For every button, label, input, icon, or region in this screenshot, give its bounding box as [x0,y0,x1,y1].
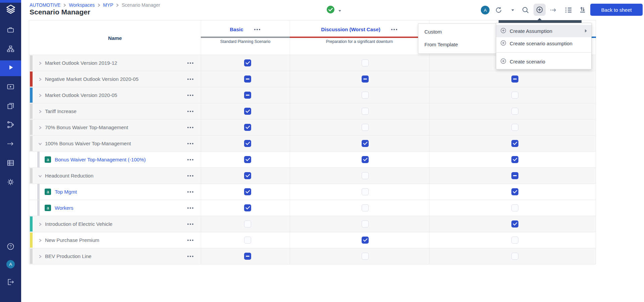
scenario-checkbox[interactable] [362,172,369,179]
scenario-checkbox[interactable] [511,140,518,147]
scenario-checkbox[interactable] [362,140,369,147]
row-menu-button[interactable] [186,189,195,195]
row-menu-button[interactable] [186,238,195,243]
scenario-checkbox[interactable] [511,188,518,195]
flow-arrow-icon[interactable] [549,6,557,14]
chevron-right-icon[interactable] [38,61,43,65]
create-plus-button[interactable] [534,4,546,16]
chevron-down-icon[interactable] [38,141,43,146]
breadcrumb-item[interactable]: AUTOMOTIVE [30,2,60,8]
scenario-checkbox[interactable] [244,188,251,195]
refresh-icon[interactable] [495,6,503,14]
scenario-checkbox[interactable] [362,220,369,228]
scenario-checkbox[interactable] [244,76,251,83]
scenario-checkbox[interactable] [362,59,369,66]
scenario-checkbox[interactable] [362,76,369,83]
scenario-checkbox[interactable] [244,253,251,260]
row-name: New Purchase Premium [45,237,99,243]
submenu-item-from-template[interactable]: From Template [418,38,496,51]
sidebar-item-logout[interactable] [4,276,17,289]
scenario-checkbox[interactable] [511,76,518,83]
sidebar-item-branch[interactable] [4,118,17,132]
sidebar-item-user[interactable]: A [4,257,17,271]
scenario-checkbox[interactable] [511,124,518,131]
row-menu-button[interactable] [186,254,195,259]
back-to-sheet-button[interactable]: Back to sheet [590,4,643,16]
scenario-checkbox[interactable] [362,204,369,211]
scenario-status-control[interactable] [326,5,341,15]
scenario-checkbox[interactable] [511,237,518,244]
scenario-title[interactable]: Basic [230,27,243,32]
column-menu-button[interactable] [390,28,398,31]
chevron-right-icon[interactable] [38,222,43,226]
chevron-right-icon[interactable] [38,125,43,130]
scenario-checkbox[interactable] [511,253,518,260]
breadcrumb-item[interactable]: MYP [103,2,113,8]
menu-item-create-scenario[interactable]: Create scenario [496,55,591,68]
scenario-title[interactable]: Discussion (Worst Case) [321,27,380,32]
scenario-checkbox[interactable] [511,220,518,228]
chevron-right-icon[interactable] [38,77,43,82]
scenario-checkbox[interactable] [362,237,369,244]
scenario-checkbox[interactable] [244,172,251,179]
scenario-checkbox[interactable] [362,124,369,131]
row-menu-button[interactable] [186,173,195,179]
row-menu-button[interactable] [186,109,195,114]
breadcrumb-item[interactable]: Workspaces [69,2,95,8]
sidebar-item-briefcase[interactable] [4,23,17,37]
user-avatar[interactable]: A [481,6,490,14]
scenario-checkbox[interactable] [244,220,251,228]
scenario-checkbox[interactable] [362,92,369,99]
scenario-checkbox[interactable] [511,108,518,115]
scenario-checkbox[interactable] [244,59,251,66]
scenario-checkbox[interactable] [362,253,369,260]
assumption-link[interactable]: Workers [55,205,74,211]
search-icon[interactable] [521,6,530,14]
scenario-checkbox[interactable] [244,156,251,163]
sidebar-item-play[interactable] [4,61,17,75]
sidebar-item-help[interactable]: ? [4,240,17,254]
scenario-checkbox[interactable] [244,204,251,211]
scenario-checkbox[interactable] [511,172,518,179]
assumption-link[interactable]: Top Mgmt [55,189,77,195]
row-menu-button[interactable] [186,141,195,146]
scenario-checkbox[interactable] [244,237,251,244]
row-menu-button[interactable] [186,157,195,162]
scenario-checkbox[interactable] [511,156,518,163]
chevron-right-icon[interactable] [38,109,43,114]
sidebar-item-presentation[interactable] [4,81,17,94]
row-menu-button[interactable] [186,77,195,82]
scenario-checkbox[interactable] [511,92,518,99]
scenario-checkbox[interactable] [244,140,251,147]
menu-item-create-assumption[interactable]: Create Assumption [496,25,591,37]
chevron-down-icon[interactable] [38,173,43,178]
layers-logo-icon[interactable] [5,4,16,16]
chevron-right-icon[interactable] [38,238,43,243]
assumption-link[interactable]: Bonus Waiver Top-Management (-100%) [55,157,146,162]
row-menu-button[interactable] [186,125,195,130]
menu-item-create-scenario-assumption[interactable]: Create scenario assumption [496,37,591,50]
sidebar-item-sitemap[interactable] [4,43,17,56]
row-menu-button[interactable] [186,205,195,211]
sidebar-item-sheets[interactable] [4,100,17,113]
scenario-checkbox[interactable] [244,124,251,131]
sidebar-item-gear[interactable] [4,176,17,189]
import-export-icon[interactable] [579,6,587,14]
caret-down-icon[interactable] [509,6,517,14]
scenario-checkbox[interactable] [244,92,251,99]
scenario-checkbox[interactable] [362,156,369,163]
row-menu-button[interactable] [186,221,195,227]
scenario-checkbox[interactable] [362,108,369,115]
row-menu-button[interactable] [186,60,195,66]
row-menu-button[interactable] [186,93,195,98]
sidebar-item-flow-arrow[interactable] [4,138,17,151]
scenario-checkbox[interactable] [362,188,369,195]
sidebar-item-table[interactable] [4,157,17,170]
scenario-checkbox[interactable] [244,108,251,115]
chevron-right-icon[interactable] [38,254,43,259]
submenu-item-custom[interactable]: Custom [418,25,496,38]
scenario-checkbox[interactable] [511,204,518,211]
chevron-right-icon[interactable] [38,93,43,98]
column-menu-button[interactable] [254,28,261,31]
detail-list-icon[interactable] [564,6,572,14]
